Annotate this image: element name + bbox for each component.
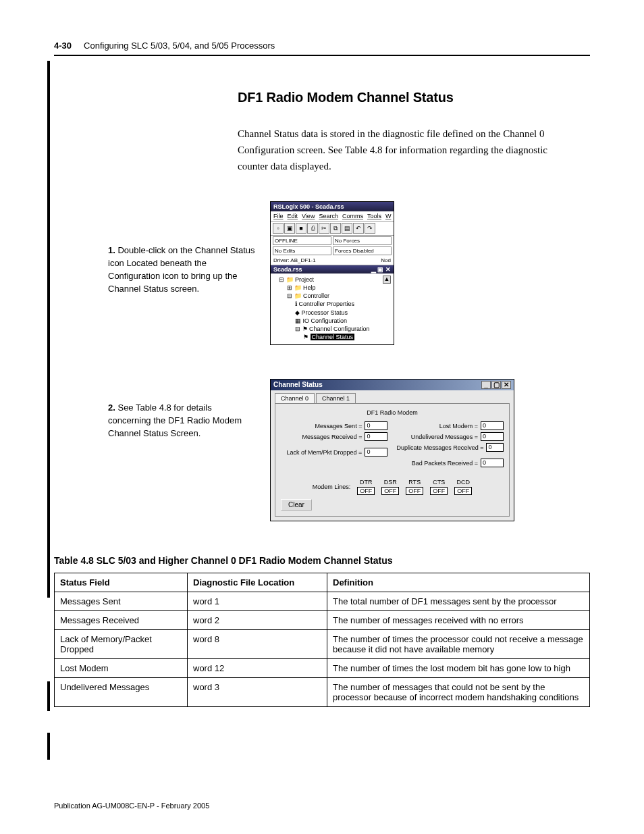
field-bad-packets: Bad Packets Received = 0: [397, 459, 504, 467]
project-tree: ▲ ⊟ 📁 Project ⊞ 📁 Help ⊟ 📁 Controller ℹ …: [271, 273, 394, 344]
tree-project[interactable]: ⊟ 📁 Project: [273, 276, 391, 284]
messages-sent-value: 0: [365, 421, 387, 430]
lost-modem-value: 0: [481, 421, 504, 430]
table-row: Messages Received word 2 The number of m…: [55, 611, 590, 630]
table-row: Undelivered Messages word 3 The number o…: [55, 678, 590, 707]
rslogix-window: RSLogix 500 - Scada.rss File Edit View S…: [270, 201, 394, 345]
fields-grid: Messages Sent = 0 Messages Received = 0 …: [281, 421, 504, 469]
copy-icon[interactable]: ⧉: [330, 223, 341, 234]
menubar: File Edit View Search Comms Tools W: [271, 211, 394, 221]
th-diag-file: Diagnostic File Location: [188, 573, 327, 592]
messages-received-value: 0: [365, 432, 387, 441]
menu-file[interactable]: File: [273, 213, 284, 219]
cut-icon[interactable]: ✂: [319, 223, 329, 234]
tree-controller-properties[interactable]: ℹ Controller Properties: [273, 300, 391, 308]
paste-icon[interactable]: ▤: [342, 223, 352, 234]
menu-view[interactable]: View: [302, 213, 315, 219]
modem-line-dcd: DCDOFF: [454, 479, 472, 495]
channel-status-table: Status Field Diagnostic File Location De…: [54, 573, 590, 707]
new-icon[interactable]: ▫: [273, 223, 284, 234]
cell-loc: word 3: [188, 678, 327, 707]
step-2-figure: Channel Status _▢✕ Channel 0 Channel 1 D…: [270, 379, 514, 521]
modem-line-dsr: DSROFF: [381, 479, 399, 495]
tab-channel-1[interactable]: Channel 1: [316, 393, 356, 403]
cell-loc: word 12: [188, 659, 327, 678]
driver-label: Driver: AB_DF1-1: [273, 257, 316, 263]
step-2-number: 2.: [108, 402, 115, 413]
change-bar: [47, 681, 50, 711]
forces-disabled-cell[interactable]: Forces Disabled: [333, 246, 392, 255]
table-caption: Table 4.8 SLC 5/03 and Higher Channel 0 …: [54, 555, 590, 566]
scroll-up-icon[interactable]: ▲: [383, 276, 391, 284]
noedits-cell[interactable]: No Edits: [273, 246, 331, 255]
step-2: 2. See Table 4.8 for details concerning …: [54, 379, 590, 521]
change-bar: [47, 61, 50, 598]
save-icon[interactable]: ■: [296, 223, 306, 234]
dialog-titlebar: Channel Status _▢✕: [271, 380, 514, 390]
page-header: 4-30 Configuring SLC 5/03, 5/04, and 5/0…: [54, 41, 590, 56]
step-1-number: 1.: [108, 245, 115, 255]
menu-w[interactable]: W: [385, 213, 392, 219]
cell-status: Lost Modem: [55, 659, 188, 678]
menu-search[interactable]: Search: [319, 213, 338, 219]
page-number: 4-30: [54, 41, 72, 51]
window-buttons[interactable]: ▁ ▣ ✕: [371, 266, 391, 273]
cell-def: The number of messages received with no …: [327, 611, 590, 630]
driver-right: Nod: [381, 257, 391, 263]
status-row-1: OFFLINE No Forces: [271, 236, 394, 246]
clear-button[interactable]: Clear: [281, 499, 312, 511]
panel-title: DF1 Radio Modem: [281, 409, 504, 416]
offline-cell[interactable]: OFFLINE: [273, 236, 331, 245]
status-row-2: No Edits Forces Disabled: [271, 246, 394, 256]
cell-loc: word 8: [188, 630, 327, 659]
table-row: Messages Sent word 1 The total number of…: [55, 592, 590, 611]
menu-comms[interactable]: Comms: [342, 213, 363, 219]
step-1-figure: RSLogix 500 - Scada.rss File Edit View S…: [270, 201, 394, 345]
tree-processor-status[interactable]: ◆ Processor Status: [273, 309, 391, 317]
step-1-text: 1. Double-click on the Channel Status ic…: [108, 201, 257, 295]
cell-loc: word 2: [188, 611, 327, 630]
driver-row: Driver: AB_DF1-1 Nod: [271, 256, 394, 265]
cell-status: Messages Sent: [55, 592, 188, 611]
close-icon[interactable]: ✕: [502, 381, 511, 389]
open-icon[interactable]: ▣: [284, 223, 295, 234]
tree-controller[interactable]: ⊟ 📁 Controller: [273, 292, 391, 300]
toolbar: ▫ ▣ ■ ⎙ ✂ ⧉ ▤ ↶ ↷: [271, 221, 394, 236]
modem-lines-label: Modem Lines:: [313, 484, 351, 490]
tree-io-configuration[interactable]: ▦ IO Configuration: [273, 317, 391, 325]
print-icon[interactable]: ⎙: [307, 223, 318, 234]
tree-channel-configuration[interactable]: ⊟ ⚑ Channel Configuration: [273, 325, 391, 333]
menu-edit[interactable]: Edit: [288, 213, 298, 219]
fields-left: Messages Sent = 0 Messages Received = 0 …: [281, 421, 387, 469]
cell-status: Lack of Memory/Packet Dropped: [55, 630, 188, 659]
menu-tools[interactable]: Tools: [367, 213, 381, 219]
noforces-cell[interactable]: No Forces: [333, 236, 392, 245]
tab-channel-0[interactable]: Channel 0: [275, 393, 315, 403]
modem-line-rts: RTSOFF: [406, 479, 423, 495]
tree-help[interactable]: ⊞ 📁 Help: [273, 284, 391, 292]
duplicate-value: 0: [486, 443, 504, 452]
th-status-field: Status Field: [55, 573, 188, 592]
cell-def: The number of messages that could not be…: [327, 678, 590, 707]
field-lack-mem: Lack of Mem/Pkt Dropped = 0: [281, 448, 387, 457]
cell-def: The number of times the lost modem bit h…: [327, 659, 590, 678]
table-row: Lack of Memory/Packet Dropped word 8 The…: [55, 630, 590, 659]
redo-icon[interactable]: ↷: [365, 223, 375, 234]
channel-status-dialog: Channel Status _▢✕ Channel 0 Channel 1 D…: [270, 379, 514, 521]
sub-window-title: Scada.rss: [273, 266, 302, 273]
cell-status: Undelivered Messages: [55, 678, 188, 707]
sub-window-titlebar: Scada.rss ▁ ▣ ✕: [271, 265, 394, 273]
table-row: Lost Modem word 12 The number of times t…: [55, 659, 590, 678]
cell-def: The number of times the processor could …: [327, 630, 590, 659]
modem-line-dtr: DTROFF: [357, 479, 375, 495]
bad-packets-value: 0: [481, 459, 504, 467]
cell-def: The total number of DF1 messages sent by…: [327, 592, 590, 611]
dialog-tabs: Channel 0 Channel 1: [271, 390, 514, 403]
undo-icon[interactable]: ↶: [353, 223, 364, 234]
field-messages-received: Messages Received = 0: [281, 432, 387, 441]
minimize-icon[interactable]: _: [481, 381, 491, 389]
tree-channel-status[interactable]: ⚑ Channel Status: [273, 333, 391, 341]
maximize-icon[interactable]: ▢: [491, 381, 501, 389]
field-messages-sent: Messages Sent = 0: [281, 421, 387, 430]
cell-status: Messages Received: [55, 611, 188, 630]
